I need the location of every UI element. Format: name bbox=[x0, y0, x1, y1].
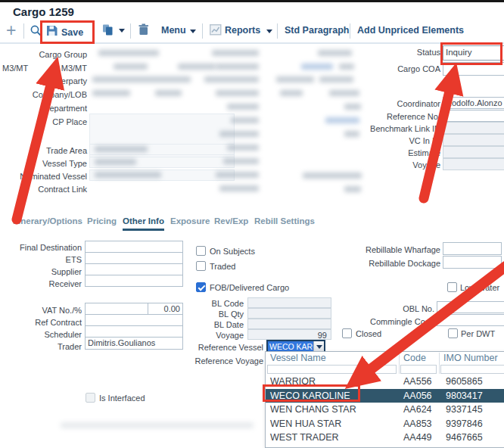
supplier-input[interactable] bbox=[85, 263, 183, 275]
tab-exposure[interactable]: Exposure bbox=[170, 216, 210, 226]
fob-delivered-cargo-checkbox[interactable] bbox=[196, 282, 206, 292]
counterparty-label: Counterparty bbox=[0, 76, 87, 86]
vessel-row[interactable]: WEN HUA STAR AA853 9397846 bbox=[266, 417, 504, 431]
search-icon[interactable] bbox=[30, 24, 42, 40]
status-input[interactable]: Inquiry bbox=[443, 45, 504, 61]
save-label: Save bbox=[61, 27, 83, 38]
vessel-row[interactable]: WEN CHANG STAR AA624 9337145 bbox=[266, 403, 504, 417]
save-button[interactable]: Save bbox=[46, 25, 83, 39]
add-icon[interactable]: + bbox=[6, 20, 16, 41]
column-header-vessel-name[interactable]: Vessel Name bbox=[270, 353, 326, 363]
rebillable-wharfage-input[interactable] bbox=[443, 242, 502, 255]
tab-itinerary-options[interactable]: Itinerary/Options bbox=[13, 216, 82, 226]
contract-link-label: Contract Link bbox=[0, 185, 87, 194]
supplier-label: Supplier bbox=[0, 267, 82, 276]
code-cell: AA874 bbox=[398, 445, 438, 448]
toolbar-separator bbox=[23, 23, 24, 39]
bl-date-input bbox=[247, 319, 331, 329]
copy-icon[interactable] bbox=[101, 23, 115, 39]
scheduler-input[interactable] bbox=[85, 325, 183, 338]
add-unpriced-elements-button[interactable]: Add Unpriced Elements bbox=[357, 25, 464, 36]
ref-contract-input[interactable] bbox=[85, 314, 183, 326]
coordinator-input[interactable]: Rodolfo.Alonzo bbox=[443, 97, 504, 109]
vessel-dropdown-panel: Vessel Name Code IMO Number WARRIOR AA55… bbox=[265, 351, 504, 448]
imo-filter-input[interactable] bbox=[440, 365, 504, 374]
vessel-name-filter-input[interactable] bbox=[267, 365, 397, 374]
rebillable-dockage-input[interactable] bbox=[443, 256, 502, 269]
is-interfaced-checkbox[interactable] bbox=[86, 393, 95, 403]
scheduler-label: Scheduler bbox=[0, 330, 82, 339]
code-filter-input[interactable] bbox=[400, 365, 437, 374]
rebillable-dockage-label: Rebillable Dockage bbox=[348, 259, 440, 268]
bl-code-input bbox=[247, 297, 331, 308]
bl-qty-input bbox=[247, 308, 331, 319]
voyage-header-label: Voyage bbox=[333, 160, 440, 170]
ets-input[interactable] bbox=[85, 252, 183, 264]
fob-delivered-cargo-label: FOB/Delivered Cargo bbox=[210, 283, 289, 292]
vessel-name-cell: WECO KAROLINE bbox=[266, 389, 398, 403]
voyage-label: Voyage bbox=[174, 331, 244, 340]
vc-in-id-input bbox=[443, 134, 504, 146]
std-paragraph-button[interactable]: Std Paragraph bbox=[285, 25, 349, 36]
reference-no-label: Reference No. bbox=[333, 112, 440, 121]
vessel-name-cell: WEN HUA STAR bbox=[266, 417, 398, 431]
receiver-label: Receiver bbox=[0, 279, 82, 288]
vessel-row[interactable]: WARRIOR AA556 9605865 bbox=[266, 375, 504, 389]
combobox-dropdown-button[interactable] bbox=[313, 341, 324, 352]
toolbar-divider bbox=[0, 42, 504, 44]
cargo-coa-input[interactable] bbox=[443, 62, 504, 76]
menu-button[interactable]: Menu bbox=[161, 25, 186, 36]
reference-no-input[interactable] bbox=[443, 110, 504, 122]
vessel-name-cell: WEN CHANG STAR bbox=[266, 403, 398, 417]
code-cell: AA556 bbox=[398, 375, 438, 389]
benchmark-link-id-label: Benchmark Link ID bbox=[333, 124, 440, 133]
vessel-row-selected[interactable]: WECO KAROLINE AA056 9803417 bbox=[266, 389, 504, 403]
commingle-code-label: Commingle Code bbox=[348, 317, 434, 326]
vessel-type-label: Vessel Type bbox=[0, 159, 87, 168]
commingle-code-input[interactable] bbox=[437, 314, 504, 326]
cargo-coa-label: Cargo COA bbox=[333, 64, 440, 73]
imo-cell: 9337145 bbox=[438, 403, 504, 417]
vessel-name-cell: WEST TRADER bbox=[266, 431, 398, 445]
bl-date-label: BL Date bbox=[174, 320, 244, 329]
tab-other-info[interactable]: Other Info bbox=[123, 216, 164, 231]
imo-cell: 9467665 bbox=[438, 431, 504, 445]
vat-no-input[interactable] bbox=[85, 303, 148, 315]
receiver-input[interactable] bbox=[85, 275, 183, 287]
code-cell: AA449 bbox=[398, 431, 438, 445]
toolbar-separator bbox=[277, 23, 278, 39]
voyage-input: 99 bbox=[247, 329, 331, 340]
column-header-imo-number[interactable]: IMO Number bbox=[443, 353, 498, 363]
estimate-label: Estimate bbox=[333, 148, 440, 157]
closed-checkbox[interactable] bbox=[342, 328, 352, 338]
imo-cell: 9605865 bbox=[438, 375, 504, 389]
vessel-list: WARRIOR AA556 9605865 WECO KAROLINE AA05… bbox=[266, 375, 504, 448]
copy-dropdown-caret-icon[interactable] bbox=[119, 29, 125, 33]
column-header-code[interactable]: Code bbox=[403, 353, 426, 363]
reports-button[interactable]: Reports bbox=[225, 25, 260, 36]
tab-rev-exp[interactable]: Rev/Exp bbox=[214, 216, 248, 226]
obl-no-input[interactable] bbox=[437, 301, 504, 313]
tab-rebill-settings[interactable]: Rebill Settings bbox=[254, 216, 315, 226]
on-subjects-checkbox[interactable] bbox=[196, 246, 206, 256]
reference-voyage-label: Reference Voyage bbox=[182, 356, 263, 366]
traded-checkbox[interactable] bbox=[196, 261, 206, 271]
low-water-checkbox[interactable] bbox=[447, 282, 457, 292]
status-label: Status bbox=[333, 48, 440, 57]
tab-pricing[interactable]: Pricing bbox=[87, 216, 117, 226]
delete-icon[interactable] bbox=[138, 23, 149, 39]
column-separator bbox=[439, 353, 440, 374]
trader-input[interactable]: Dimitris.Goulianos bbox=[85, 337, 183, 350]
cp-place-label: CP Place bbox=[0, 117, 87, 126]
vessel-row[interactable]: WESTERN DURBAN AA874 9709921 bbox=[266, 445, 504, 448]
ref-contract-label: Ref Contract bbox=[0, 318, 82, 327]
coordinator-label: Coordinator bbox=[333, 99, 440, 108]
final-destination-input[interactable] bbox=[85, 241, 183, 253]
trade-area-label: Trade Area bbox=[0, 146, 87, 155]
nominated-vessel-label: Nominated Vessel bbox=[0, 172, 87, 181]
vessel-row[interactable]: WEST TRADER AA449 9467665 bbox=[266, 431, 504, 445]
code-cell: AA853 bbox=[398, 417, 438, 431]
per-dwt-checkbox[interactable] bbox=[448, 328, 458, 338]
toolbar-separator bbox=[202, 23, 203, 39]
cargo-group-label: Cargo Group bbox=[0, 50, 87, 59]
